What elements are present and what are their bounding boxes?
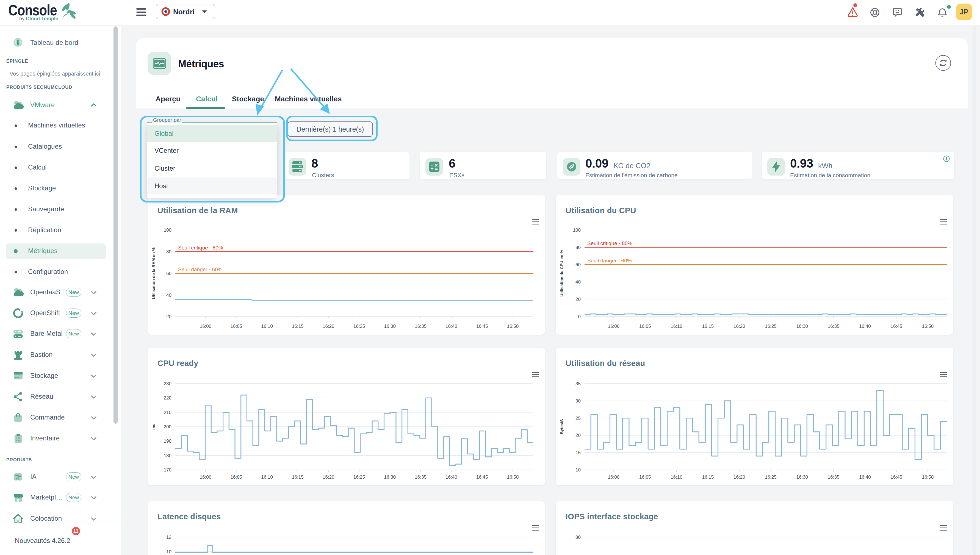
- svg-text:16:15: 16:15: [702, 475, 714, 480]
- svg-text:35: 35: [576, 381, 581, 386]
- svg-text:60: 60: [576, 262, 581, 267]
- svg-text:Seuil critique - 80%: Seuil critique - 80%: [587, 241, 632, 246]
- svg-text:100: 100: [164, 228, 172, 233]
- svg-text:40: 40: [166, 293, 172, 298]
- svg-text:16:35: 16:35: [828, 324, 840, 329]
- svg-text:16:25: 16:25: [765, 475, 776, 480]
- svg-text:16:00: 16:00: [200, 324, 212, 329]
- svg-text:16:50: 16:50: [507, 324, 519, 329]
- svg-text:80: 80: [576, 245, 581, 250]
- svg-text:0: 0: [578, 314, 581, 319]
- svg-text:16:50: 16:50: [922, 475, 934, 480]
- svg-text:16:35: 16:35: [415, 475, 427, 480]
- svg-text:16:50: 16:50: [507, 475, 519, 480]
- svg-text:16:05: 16:05: [231, 324, 242, 329]
- svg-text:16:20: 16:20: [733, 324, 745, 329]
- svg-text:10: 10: [166, 549, 172, 555]
- svg-text:230: 230: [164, 381, 172, 386]
- svg-text:16:15: 16:15: [292, 475, 304, 480]
- svg-text:30: 30: [576, 398, 581, 404]
- svg-text:16:40: 16:40: [446, 475, 457, 480]
- svg-text:16:45: 16:45: [890, 324, 902, 329]
- svg-text:12: 12: [166, 535, 172, 540]
- svg-text:16:45: 16:45: [476, 324, 488, 329]
- svg-text:25: 25: [576, 416, 581, 421]
- svg-text:60: 60: [166, 271, 172, 276]
- svg-text:16:25: 16:25: [353, 475, 365, 480]
- svg-text:16:00: 16:00: [608, 324, 620, 329]
- svg-text:16:30: 16:30: [796, 475, 808, 480]
- svg-text:16:30: 16:30: [384, 475, 396, 480]
- svg-text:16:50: 16:50: [922, 324, 934, 329]
- svg-text:16:45: 16:45: [890, 475, 902, 480]
- svg-text:16:40: 16:40: [859, 324, 871, 329]
- svg-text:16:00: 16:00: [200, 475, 212, 480]
- svg-text:16:30: 16:30: [384, 324, 396, 329]
- svg-text:190: 190: [164, 438, 172, 444]
- svg-text:180: 180: [164, 453, 172, 458]
- svg-text:Utilisation du CPU en %: Utilisation du CPU en %: [559, 250, 564, 297]
- svg-text:80: 80: [166, 249, 172, 254]
- svg-text:Seuil critique - 80%: Seuil critique - 80%: [178, 245, 223, 250]
- svg-text:16:05: 16:05: [231, 475, 242, 480]
- svg-text:10: 10: [576, 467, 581, 473]
- svg-text:16:05: 16:05: [639, 324, 651, 329]
- svg-text:16:35: 16:35: [828, 475, 840, 480]
- svg-text:20: 20: [576, 297, 581, 302]
- svg-text:16:45: 16:45: [476, 475, 488, 480]
- svg-text:40: 40: [576, 279, 581, 285]
- svg-text:16:20: 16:20: [322, 475, 334, 480]
- svg-text:16:25: 16:25: [765, 324, 776, 329]
- svg-text:80: 80: [576, 535, 581, 540]
- svg-text:20: 20: [576, 433, 581, 438]
- svg-text:200: 200: [164, 424, 172, 430]
- svg-text:15: 15: [576, 450, 581, 455]
- svg-text:16:30: 16:30: [796, 324, 808, 329]
- svg-text:Bytes/S: Bytes/S: [559, 419, 564, 434]
- svg-text:16:15: 16:15: [702, 324, 714, 329]
- svg-text:16:40: 16:40: [446, 324, 457, 329]
- svg-text:16:10: 16:10: [261, 475, 273, 480]
- svg-text:210: 210: [164, 410, 172, 415]
- svg-text:100: 100: [573, 228, 581, 233]
- svg-text:Seuil danger - 60%: Seuil danger - 60%: [178, 266, 223, 272]
- svg-text:170: 170: [164, 467, 172, 473]
- svg-text:16:05: 16:05: [639, 475, 651, 480]
- svg-text:ms: ms: [151, 423, 156, 430]
- svg-text:16:20: 16:20: [322, 324, 334, 329]
- svg-text:Seuil danger - 60%: Seuil danger - 60%: [587, 258, 632, 263]
- svg-text:16:15: 16:15: [292, 324, 304, 329]
- svg-text:16:20: 16:20: [733, 475, 745, 480]
- svg-text:16:10: 16:10: [670, 324, 682, 329]
- svg-text:220: 220: [164, 395, 172, 401]
- svg-text:16:10: 16:10: [261, 324, 273, 329]
- svg-text:16:35: 16:35: [415, 324, 427, 329]
- svg-text:20: 20: [166, 314, 172, 319]
- svg-text:16:25: 16:25: [353, 324, 365, 329]
- svg-text:16:00: 16:00: [608, 475, 620, 480]
- svg-text:Utilisation de la RAM en %: Utilisation de la RAM en %: [151, 247, 156, 299]
- svg-text:16:40: 16:40: [859, 475, 871, 480]
- svg-text:16:10: 16:10: [670, 475, 682, 480]
